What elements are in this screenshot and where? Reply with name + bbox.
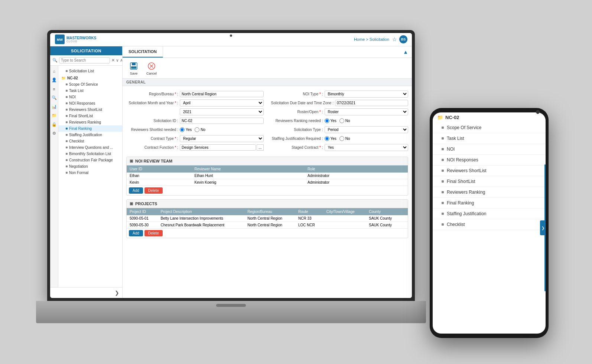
phone-nav-item-reviewers-ranking[interactable]: Reviewers Ranking: [433, 187, 546, 198]
contract-function-expand[interactable]: ...: [257, 144, 263, 151]
collapse-icon[interactable]: ▣: [130, 201, 133, 206]
sidebar-icon-chart[interactable]: 📊: [51, 104, 58, 110]
cell-role: Administrator: [305, 173, 402, 179]
sidebar-icon-lock[interactable]: 🔒: [51, 121, 58, 128]
sidebar-icon-folder[interactable]: 📁: [51, 112, 58, 119]
sidebar-item-reviewers-shortlist[interactable]: Reviewers ShortList: [58, 106, 122, 113]
contract-function-input[interactable]: [180, 144, 256, 151]
projects-table-wrapper: Project ID Project Description Region/Bu…: [127, 208, 408, 229]
nav-group-nc02[interactable]: 📁 NC-02: [58, 75, 122, 81]
staged-contract-label: Staged Contract * :: [271, 145, 323, 150]
phone-nav-item-checklist[interactable]: Checklist: [433, 219, 546, 230]
noi-type-select[interactable]: Bimonthly: [325, 91, 409, 98]
sidebar-item-non-formal[interactable]: Non Formal: [58, 170, 122, 176]
cell-role: Administrator: [305, 179, 402, 186]
phone-nav-item-staffing[interactable]: Staffing Justification: [433, 209, 546, 219]
avatar[interactable]: BS: [399, 35, 407, 43]
noi-type-control: Bimonthly: [325, 91, 409, 98]
reviewers-shortlist-yes-radio[interactable]: [180, 127, 185, 132]
sidebar-item-negotiation[interactable]: Negotiation: [58, 163, 122, 170]
sidebar-icon-user[interactable]: 👤: [51, 77, 58, 83]
chevron-up-icon[interactable]: ∧: [120, 58, 123, 63]
sidebar-icon-settings[interactable]: ⚙: [51, 130, 58, 137]
staffing-no-label[interactable]: No: [339, 136, 350, 141]
tab-solicitation[interactable]: SOLICITATION: [123, 46, 163, 58]
reviewers-shortlist-yes-label[interactable]: Yes: [180, 127, 192, 132]
reviewers-ranking-no-radio[interactable]: [339, 118, 344, 123]
sidebar-item-noi[interactable]: NOI: [58, 94, 122, 100]
sidebar-item-checklist[interactable]: Checklist: [58, 138, 122, 144]
logo-text: MASTERWORKS: [66, 36, 96, 40]
sidebar-item-construction-fair[interactable]: Construction Fair Package: [58, 157, 122, 163]
search-input[interactable]: [59, 57, 110, 63]
sidebar-icon-magnify[interactable]: 🔍: [51, 95, 58, 101]
reviewers-shortlist-label: Reviewers Shortlist needed :: [126, 128, 178, 132]
app-logo: MW MASTERWORKS CLOUD: [55, 34, 96, 45]
noi-delete-button[interactable]: Delete: [144, 187, 163, 194]
sol-type-select[interactable]: Period: [325, 126, 409, 133]
sidebar-icon-home[interactable]: ⌂: [51, 68, 58, 75]
breadcrumb: Home > Solicitation: [354, 37, 389, 42]
phone-nav-item-tasklist[interactable]: Task List: [433, 133, 546, 144]
region-bureau-input[interactable]: [180, 91, 264, 97]
contract-type-select[interactable]: Regular: [180, 135, 264, 142]
sidebar-item-tasklist[interactable]: Task List: [58, 88, 122, 94]
table-row: Kevin Kevin Koenig Administrator: [127, 179, 408, 186]
sidebar-item-final-shortlist[interactable]: Final ShortList: [58, 113, 122, 119]
sidebar-item-final-ranking[interactable]: Final Ranking: [58, 125, 122, 132]
sidebar-item-reviewers-ranking[interactable]: Reviewers Ranking: [58, 119, 122, 125]
projects-add-button[interactable]: Add: [129, 230, 143, 236]
toolbar: Save Cancel: [123, 58, 412, 79]
sidebar-item-staffing[interactable]: Staffing Justification: [58, 132, 122, 138]
field-sol-type: Solicitation Type : Period: [271, 125, 409, 134]
reviewers-ranking-no-label[interactable]: No: [339, 118, 350, 123]
sidebar-icons-col: ⌂ 👤 ≡ 🔍 📊 📁 🔒 ⚙: [50, 66, 58, 287]
sidebar-item-interview[interactable]: Interview Questions and ...: [58, 144, 122, 151]
reviewers-ranking-yes-radio[interactable]: [325, 118, 329, 123]
sol-year-select[interactable]: 2021: [180, 108, 264, 115]
cell-route: LOC NCR: [295, 222, 323, 228]
cancel-button[interactable]: Cancel: [144, 60, 159, 76]
chevron-down-icon[interactable]: ∨: [116, 58, 119, 63]
staged-contract-control: Yes No: [325, 144, 409, 151]
sol-id-input[interactable]: [180, 118, 264, 124]
star-icon[interactable]: ☆: [392, 36, 397, 42]
sol-month-control: April: [180, 99, 264, 106]
header-icons: ☆ BS: [392, 35, 407, 43]
phone-nav-item-scope[interactable]: Scope Of Service: [433, 122, 546, 133]
nav-dot: [66, 102, 68, 104]
phone-nav-item-noi-responses[interactable]: NOI Responses: [433, 155, 546, 165]
phone-nav-item-noi[interactable]: NOI: [433, 144, 546, 155]
staged-contract-select[interactable]: Yes No: [325, 144, 409, 151]
sidebar-icon-list[interactable]: ≡: [51, 86, 58, 92]
sidebar-item-noi-responses[interactable]: NOI Responses: [58, 100, 122, 106]
projects-delete-button[interactable]: Delete: [144, 230, 163, 236]
svg-rect-4: [131, 66, 136, 69]
collapse-icon[interactable]: ▣: [130, 159, 133, 163]
roster-open-select[interactable]: Roster: [325, 108, 409, 115]
reviewers-shortlist-no-label[interactable]: No: [195, 127, 205, 132]
staffing-yes-radio[interactable]: [325, 136, 329, 141]
expand-button[interactable]: ❯: [115, 290, 119, 296]
sidebar-item-scope[interactable]: Scope Of Service: [58, 81, 122, 88]
clear-icon[interactable]: ✕: [111, 58, 115, 63]
phone-nav-item-final-ranking[interactable]: Final Ranking: [433, 198, 546, 209]
sidebar-item-bimonthly[interactable]: Bimonthly Solicitation List: [58, 151, 122, 157]
sidebar-item-solicitation-list[interactable]: Solicitation List: [58, 68, 122, 74]
sol-month-select[interactable]: April: [180, 99, 264, 106]
reviewers-ranking-yes-label[interactable]: Yes: [325, 118, 336, 123]
sol-due-date-input[interactable]: [335, 100, 408, 106]
phone-nav-item-final-shortlist[interactable]: Final ShortList: [433, 176, 546, 187]
staffing-yes-label[interactable]: Yes: [325, 136, 336, 141]
phone-body: 📁 NC-02 Scope Of Service Task List NOI: [430, 108, 549, 338]
noi-add-button[interactable]: Add: [129, 187, 143, 194]
phone-expand-button[interactable]: ❯: [540, 220, 546, 235]
phone-dot: [442, 148, 444, 150]
phone-camera: [536, 110, 540, 114]
staffing-no-radio[interactable]: [339, 136, 344, 141]
reviewers-shortlist-no-radio[interactable]: [195, 127, 199, 132]
save-button[interactable]: Save: [126, 60, 141, 76]
col-city: City/Town/Village: [323, 208, 366, 215]
phone-nav-item-reviewers-shortlist[interactable]: Reviewers ShortList: [433, 165, 546, 176]
laptop-screen: MW MASTERWORKS CLOUD Home > Solicitation…: [50, 33, 412, 298]
